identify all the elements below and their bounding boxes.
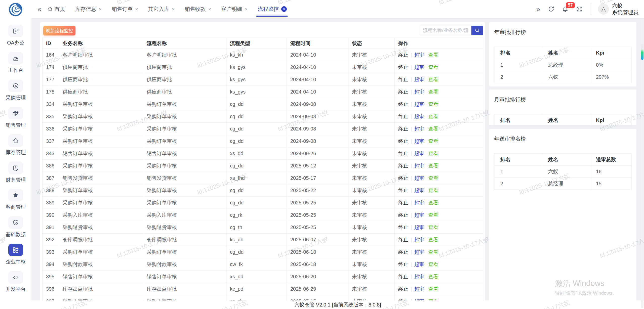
view-link[interactable]: 查看 [428, 64, 438, 70]
view-link[interactable]: 查看 [428, 200, 438, 205]
terminate-link[interactable]: 终止 [398, 126, 408, 131]
super-audit-link[interactable]: 超审 [414, 163, 424, 168]
sidebar-item-basedata[interactable]: 基础数据 [0, 216, 31, 238]
tab-流程监控[interactable]: 流程监控× [258, 6, 287, 13]
sidebar-item-label: 库存管理 [0, 149, 31, 156]
tab-close-icon[interactable]: × [208, 7, 211, 12]
terminate-link[interactable]: 终止 [398, 138, 408, 144]
tab-销售订单[interactable]: 销售订单× [112, 6, 138, 13]
terminate-link[interactable]: 终止 [398, 200, 408, 205]
terminate-link[interactable]: 终止 [398, 77, 408, 82]
terminate-link[interactable]: 终止 [398, 286, 408, 292]
tab-close-icon[interactable]: × [281, 6, 287, 12]
tab-close-icon[interactable]: × [245, 7, 248, 12]
cell-business: 采购订单审核 [59, 135, 143, 147]
super-audit-link[interactable]: 超审 [414, 64, 424, 70]
super-audit-link[interactable]: 超审 [414, 126, 424, 131]
tab-close-icon[interactable]: × [99, 7, 102, 12]
view-link[interactable]: 查看 [428, 151, 438, 156]
sidebar-item-enterprise[interactable]: 企业中枢 [0, 244, 31, 265]
sidebar-item-purchase[interactable]: $采购管理 [0, 79, 31, 101]
sidebar-item-oa[interactable]: OA办公 [0, 25, 31, 46]
super-audit-link[interactable]: 超审 [414, 138, 424, 144]
view-link[interactable]: 查看 [428, 286, 438, 292]
terminate-link[interactable]: 终止 [398, 101, 408, 107]
terminate-link[interactable]: 终止 [398, 163, 408, 168]
terminate-link[interactable]: 终止 [398, 274, 408, 279]
expand-tabs-icon[interactable]: » [536, 5, 540, 13]
sidebar-item-partners[interactable]: 客商管理 [0, 189, 31, 210]
super-audit-link[interactable]: 超审 [414, 188, 424, 193]
scrollbar-thumb[interactable] [641, 44, 643, 60]
view-link[interactable]: 查看 [428, 175, 438, 181]
collapse-sidebar-icon[interactable]: « [37, 5, 42, 13]
sidebar-item-finance[interactable]: ?财务管理 [0, 162, 31, 183]
view-link[interactable]: 查看 [428, 249, 438, 255]
tab-close-icon[interactable]: × [135, 7, 138, 12]
super-audit-link[interactable]: 超审 [414, 237, 424, 242]
view-link[interactable]: 查看 [428, 163, 438, 168]
notification-bell-icon[interactable]: 57 [562, 6, 569, 12]
super-audit-link[interactable]: 超审 [414, 274, 424, 279]
terminate-link[interactable]: 终止 [398, 237, 408, 242]
tab-销售收款[interactable]: 销售收款× [185, 6, 211, 13]
view-link[interactable]: 查看 [428, 126, 438, 131]
view-link[interactable]: 查看 [428, 138, 438, 144]
sidebar-item-label: 采购管理 [0, 94, 31, 101]
view-link[interactable]: 查看 [428, 52, 438, 58]
sidebar-item-inventory[interactable]: 库存管理 [0, 134, 31, 156]
tab-客户明细[interactable]: 客户明细× [221, 6, 248, 13]
super-audit-link[interactable]: 超审 [414, 249, 424, 255]
super-audit-link[interactable]: 超审 [414, 52, 424, 58]
view-link[interactable]: 查看 [428, 89, 438, 95]
tab-其它入库[interactable]: 其它入库× [148, 6, 175, 13]
super-audit-link[interactable]: 超审 [414, 114, 424, 119]
terminate-link[interactable]: 终止 [398, 188, 408, 193]
super-audit-link[interactable]: 超审 [414, 89, 424, 95]
terminate-link[interactable]: 终止 [398, 249, 408, 255]
super-audit-link[interactable]: 超审 [414, 200, 424, 205]
sidebar-item-workbench[interactable]: 工作台 [0, 52, 31, 74]
tab-close-icon[interactable]: × [172, 7, 175, 12]
super-audit-link[interactable]: 超审 [414, 151, 424, 156]
super-audit-link[interactable]: 超审 [414, 175, 424, 181]
refresh-icon[interactable] [548, 6, 554, 12]
terminate-link[interactable]: 终止 [398, 175, 408, 181]
terminate-link[interactable]: 终止 [398, 225, 408, 230]
view-link[interactable]: 查看 [428, 261, 438, 267]
terminate-link[interactable]: 终止 [398, 151, 408, 156]
super-audit-link[interactable]: 超审 [414, 212, 424, 218]
super-audit-link[interactable]: 超审 [414, 101, 424, 107]
tab-库存信息[interactable]: 库存信息× [75, 6, 102, 13]
super-audit-link[interactable]: 超审 [414, 77, 424, 82]
view-link[interactable]: 查看 [428, 77, 438, 82]
tab-首页[interactable]: 首页 [47, 6, 65, 13]
view-link[interactable]: 查看 [428, 237, 438, 242]
terminate-link[interactable]: 终止 [398, 261, 408, 267]
user-menu[interactable]: 六 六蚁 系统管理员 [598, 3, 638, 16]
view-link[interactable]: 查看 [428, 274, 438, 279]
app-logo[interactable] [8, 2, 23, 17]
sidebar-item-devplatform[interactable]: 开发平台 [0, 271, 31, 293]
terminate-link[interactable]: 终止 [398, 212, 408, 218]
super-audit-link[interactable]: 超审 [414, 286, 424, 292]
view-link[interactable]: 查看 [428, 114, 438, 119]
table-row: 387销售发货审核销售发货审核xs_fhd2025-05-17未审核终止|超审查… [43, 172, 483, 184]
view-link[interactable]: 查看 [428, 188, 438, 193]
terminate-link[interactable]: 终止 [398, 52, 408, 58]
super-audit-link[interactable]: 超审 [414, 261, 424, 267]
cell-id: 336 [43, 123, 59, 135]
terminate-link[interactable]: 终止 [398, 114, 408, 119]
view-link[interactable]: 查看 [428, 101, 438, 107]
refresh-process-monitor-button[interactable]: 刷新流程监控 [43, 26, 75, 35]
terminate-link[interactable]: 终止 [398, 64, 408, 70]
terminate-link[interactable]: 终止 [398, 89, 408, 95]
fullscreen-icon[interactable] [576, 6, 583, 12]
search-input[interactable] [420, 26, 471, 35]
sidebar-item-sales[interactable]: 销售管理 [0, 107, 31, 128]
super-audit-link[interactable]: 超审 [414, 225, 424, 230]
cell-id: 335 [43, 110, 59, 123]
view-link[interactable]: 查看 [428, 225, 438, 230]
search-button[interactable] [471, 26, 483, 35]
view-link[interactable]: 查看 [428, 212, 438, 218]
